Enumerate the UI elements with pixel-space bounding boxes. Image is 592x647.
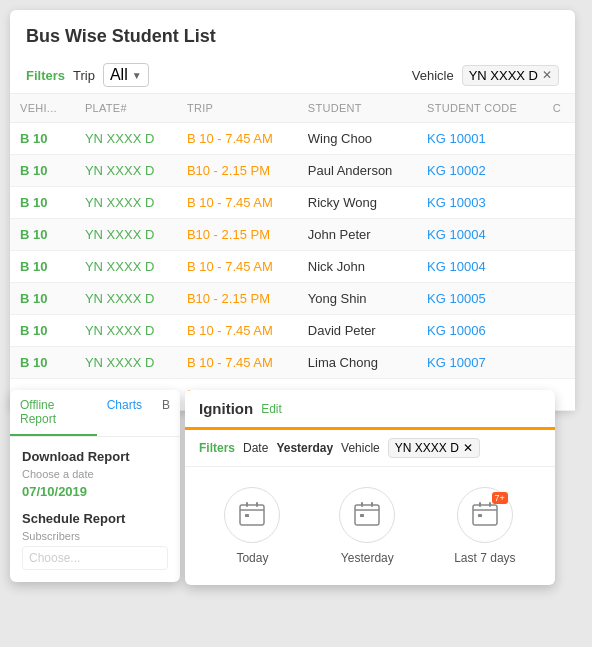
date-option-yesterday[interactable]: Yesterday	[339, 487, 395, 565]
cell-plate: YN XXXX D	[75, 251, 177, 283]
cell-code: KG 10006	[417, 315, 543, 347]
ignition-date-key: Date	[243, 441, 268, 455]
svg-rect-5	[355, 505, 379, 525]
date-option-last7[interactable]: 7+ Last 7 days	[454, 487, 515, 565]
ignition-header: Ignition Edit	[185, 390, 555, 430]
col-plate: PLATE#	[75, 94, 177, 123]
download-report-title: Download Report	[22, 449, 168, 464]
trip-dropdown[interactable]: All ▼	[103, 63, 149, 87]
main-filter-bar: Filters Trip All ▼ Vehicle YN XXXX D ✕	[10, 57, 575, 94]
col-student: STUDENT	[298, 94, 417, 123]
cell-student: Ricky Wong	[298, 187, 417, 219]
cell-trip: B 10 - 7.45 AM	[177, 187, 298, 219]
svg-rect-8	[371, 502, 373, 507]
tab-charts[interactable]: Charts	[97, 390, 152, 436]
cell-vehicle: B 10	[10, 283, 75, 315]
cell-vehicle: B 10	[10, 187, 75, 219]
page-title: Bus Wise Student List	[10, 26, 575, 57]
offline-tabs: Offline Report Charts B	[10, 390, 180, 437]
offline-report-card: Offline Report Charts B Download Report …	[10, 390, 180, 582]
cell-plate: YN XXXX D	[75, 123, 177, 155]
cell-code: KG 10005	[417, 283, 543, 315]
cell-trip: B 10 - 7.45 AM	[177, 123, 298, 155]
ignition-vehicle-key: Vehicle	[341, 441, 380, 455]
ignition-date-value: Yesterday	[276, 441, 333, 455]
cell-vehicle: B 10	[10, 123, 75, 155]
cell-plate: YN XXXX D	[75, 187, 177, 219]
table-row: B 10 YN XXXX D B 10 - 7.45 AM David Pete…	[10, 315, 575, 347]
table-row: B 10 YN XXXX D B 10 - 7.45 AM Lima Chong…	[10, 347, 575, 379]
cell-code: KG 10002	[417, 155, 543, 187]
vehicle-tag-value: YN XXXX D	[469, 68, 538, 83]
table-row: B 10 YN XXXX D B 10 - 7.45 AM Ricky Wong…	[10, 187, 575, 219]
ignition-edit-button[interactable]: Edit	[261, 402, 282, 416]
col-vehicle: VEHI...	[10, 94, 75, 123]
date-option-today[interactable]: Today	[224, 487, 280, 565]
subscribers-input[interactable]: Choose...	[22, 546, 168, 570]
date-value[interactable]: 07/10/2019	[22, 484, 168, 499]
cell-code: KG 10004	[417, 251, 543, 283]
last7-badge: 7+	[492, 492, 508, 504]
table-row: B 10 YN XXXX D B 10 - 7.45 AM Wing Choo …	[10, 123, 575, 155]
svg-rect-10	[473, 505, 497, 525]
cell-student: Yong Shin	[298, 283, 417, 315]
cell-plate: YN XXXX D	[75, 155, 177, 187]
svg-rect-7	[361, 502, 363, 507]
cell-student: Nick John	[298, 251, 417, 283]
ignition-filters-label[interactable]: Filters	[199, 441, 235, 455]
trip-value: All	[110, 66, 128, 84]
cell-extra	[543, 251, 575, 283]
cell-trip: B10 - 2.15 PM	[177, 283, 298, 315]
col-code: STUDENT CODE	[417, 94, 543, 123]
last7-label: Last 7 days	[454, 551, 515, 565]
cell-vehicle: B 10	[10, 347, 75, 379]
cell-code: KG 10007	[417, 347, 543, 379]
cell-trip: B10 - 2.15 PM	[177, 155, 298, 187]
cell-student: John Peter	[298, 219, 417, 251]
tab-offline-report[interactable]: Offline Report	[10, 390, 97, 436]
cell-code: KG 10001	[417, 123, 543, 155]
col-trip: TRIP	[177, 94, 298, 123]
cell-plate: YN XXXX D	[75, 283, 177, 315]
today-circle	[224, 487, 280, 543]
svg-rect-3	[256, 502, 258, 507]
tab-b[interactable]: B	[152, 390, 180, 436]
cell-trip: B 10 - 7.45 AM	[177, 315, 298, 347]
cell-code: KG 10003	[417, 187, 543, 219]
today-label: Today	[236, 551, 268, 565]
cell-plate: YN XXXX D	[75, 347, 177, 379]
svg-rect-9	[360, 514, 364, 517]
cell-trip: B 10 - 7.45 AM	[177, 347, 298, 379]
cell-student: Lima Chong	[298, 347, 417, 379]
yesterday-label: Yesterday	[341, 551, 394, 565]
cell-plate: YN XXXX D	[75, 219, 177, 251]
svg-rect-0	[240, 505, 264, 525]
cell-trip: B 10 - 7.45 AM	[177, 251, 298, 283]
svg-rect-13	[489, 502, 491, 507]
svg-rect-2	[246, 502, 248, 507]
cell-plate: YN XXXX D	[75, 315, 177, 347]
offline-body: Download Report Choose a date 07/10/2019…	[10, 437, 180, 582]
close-icon[interactable]: ✕	[463, 441, 473, 455]
cell-extra	[543, 315, 575, 347]
ignition-filter-bar: Filters Date Yesterday Vehicle YN XXXX D…	[185, 430, 555, 467]
cell-extra	[543, 187, 575, 219]
filters-label[interactable]: Filters	[26, 68, 65, 83]
cell-vehicle: B 10	[10, 251, 75, 283]
cell-extra	[543, 347, 575, 379]
yesterday-circle	[339, 487, 395, 543]
vehicle-key: Vehicle	[412, 68, 454, 83]
cell-student: David Peter	[298, 315, 417, 347]
student-table: VEHI... PLATE# TRIP STUDENT STUDENT CODE…	[10, 94, 575, 411]
vehicle-tag: YN XXXX D ✕	[462, 65, 559, 86]
cell-code: KG 10004	[417, 219, 543, 251]
cell-vehicle: B 10	[10, 155, 75, 187]
ignition-card: Ignition Edit Filters Date Yesterday Veh…	[185, 390, 555, 585]
ignition-vehicle-value: YN XXXX D	[395, 441, 459, 455]
cell-student: Wing Choo	[298, 123, 417, 155]
table-row: B 10 YN XXXX D B 10 - 7.45 AM Nick John …	[10, 251, 575, 283]
cell-extra	[543, 219, 575, 251]
ignition-vehicle-tag: YN XXXX D ✕	[388, 438, 480, 458]
cell-extra	[543, 123, 575, 155]
close-icon[interactable]: ✕	[542, 68, 552, 82]
